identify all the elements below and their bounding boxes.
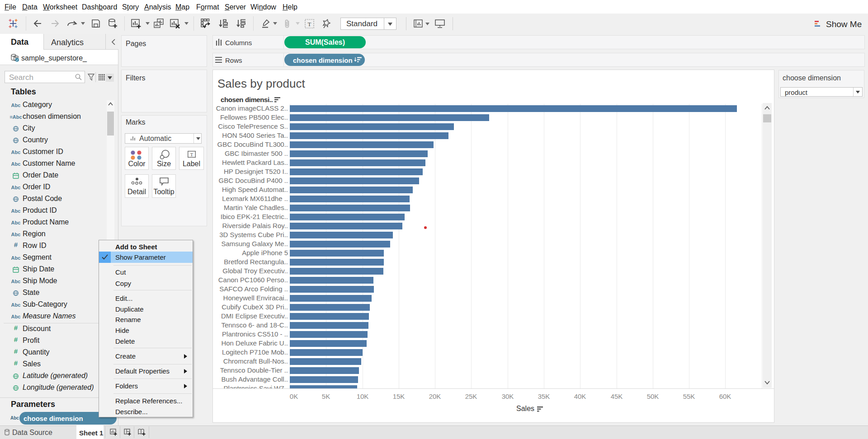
svg-text:T: T bbox=[308, 21, 311, 28]
svg-text:T: T bbox=[190, 152, 193, 157]
